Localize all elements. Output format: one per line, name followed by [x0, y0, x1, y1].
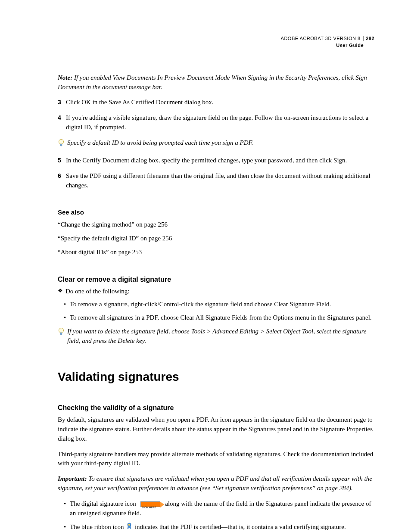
- svg-point-2: [59, 328, 64, 333]
- important-label: Important:: [58, 475, 87, 482]
- important-text: To ensure that signatures are validated …: [58, 475, 372, 492]
- step-5: 5 In the Certify Document dialog box, sp…: [58, 156, 374, 165]
- step-text: Click OK in the Save As Certified Docume…: [66, 98, 374, 107]
- lightbulb-icon: [58, 139, 66, 150]
- paragraph: Third-party signature handlers may provi…: [58, 450, 374, 469]
- step-text: In the Certify Document dialog box, spec…: [66, 156, 374, 165]
- bullet-text-part: The digital signature icon: [70, 500, 136, 507]
- important-note: Important: To ensure that signatures are…: [58, 474, 374, 493]
- list-item: • The blue ribbon icon indicates that th…: [58, 523, 374, 532]
- header-subtitle: User Guide: [58, 42, 374, 49]
- svg-rect-3: [60, 333, 62, 335]
- list-item: • To remove a signature, right-click/Con…: [58, 300, 374, 309]
- bullet-icon: •: [64, 499, 70, 518]
- lightbulb-icon: [58, 327, 66, 339]
- paragraph: By default, signatures are validated whe…: [58, 415, 374, 443]
- bullet-icon: •: [64, 523, 70, 532]
- bullet-icon: •: [64, 313, 70, 323]
- lead-text: Do one of the following:: [65, 287, 129, 296]
- step-number: 6: [58, 171, 65, 190]
- bullet-text: The digital signature icon SIGN HERE alo…: [70, 499, 374, 518]
- tip-block: Specify a default ID to avoid being prom…: [58, 138, 374, 150]
- diamond-bullet-icon: ❖: [58, 287, 65, 296]
- note-label: Note:: [58, 74, 72, 81]
- see-also-link[interactable]: “Change the signing method” on page 256: [58, 220, 374, 230]
- bullet-icon: •: [64, 300, 70, 309]
- bullet-text: To remove a signature, right-click/Contr…: [70, 300, 374, 309]
- bullet-text-part: The blue ribbon icon: [70, 523, 124, 530]
- page-content: ADOBE ACROBAT 3D VERSION 8 282 User Guid…: [0, 0, 411, 532]
- validating-signatures-heading: Validating signatures: [58, 368, 374, 386]
- list-item: • The digital signature icon SIGN HERE a…: [58, 499, 374, 518]
- svg-point-0: [59, 139, 64, 144]
- step-number: 3: [58, 98, 65, 107]
- see-also-link[interactable]: “About digital IDs” on page 253: [58, 248, 374, 257]
- product-name: ADOBE ACROBAT 3D VERSION 8: [281, 36, 361, 41]
- note-paragraph: Note: If you enabled View Documents In P…: [58, 73, 374, 92]
- note-text: If you enabled View Documents In Preview…: [58, 74, 367, 90]
- step-text: Save the PDF using a different filename …: [66, 171, 374, 190]
- tip-text: If you want to delete the signature fiel…: [67, 327, 374, 346]
- svg-rect-1: [60, 144, 62, 146]
- see-also-link[interactable]: “Specify the default digital ID” on page…: [58, 234, 374, 243]
- see-also-heading: See also: [58, 208, 374, 217]
- lead-bullet: ❖ Do one of the following:: [58, 287, 374, 296]
- digital-signature-icon: SIGN HERE: [139, 499, 162, 509]
- bullet-text: The blue ribbon icon indicates that the …: [70, 523, 374, 532]
- step-text: If you're adding a visible signature, dr…: [66, 113, 374, 132]
- step-number: 5: [58, 156, 65, 165]
- page-header: ADOBE ACROBAT 3D VERSION 8 282 User Guid…: [58, 35, 374, 49]
- checking-validity-heading: Checking the validity of a signature: [58, 403, 374, 413]
- step-number: 4: [58, 113, 65, 132]
- step-6: 6 Save the PDF using a different filenam…: [58, 171, 374, 190]
- step-4: 4 If you're adding a visible signature, …: [58, 113, 374, 132]
- blue-ribbon-icon: [127, 523, 132, 532]
- clear-remove-heading: Clear or remove a digital signature: [58, 274, 374, 284]
- step-3: 3 Click OK in the Save As Certified Docu…: [58, 98, 374, 107]
- tip-block: If you want to delete the signature fiel…: [58, 327, 374, 346]
- list-item: • To remove all signatures in a PDF, cho…: [58, 313, 374, 323]
- svg-point-5: [128, 524, 130, 526]
- see-also-section: See also “Change the signing method” on …: [58, 208, 374, 257]
- tip-text: Specify a default ID to avoid being prom…: [67, 138, 374, 148]
- page-number: 282: [363, 36, 374, 41]
- bullet-text: To remove all signatures in a PDF, choos…: [70, 313, 374, 323]
- header-product-line: ADOBE ACROBAT 3D VERSION 8 282: [58, 35, 374, 42]
